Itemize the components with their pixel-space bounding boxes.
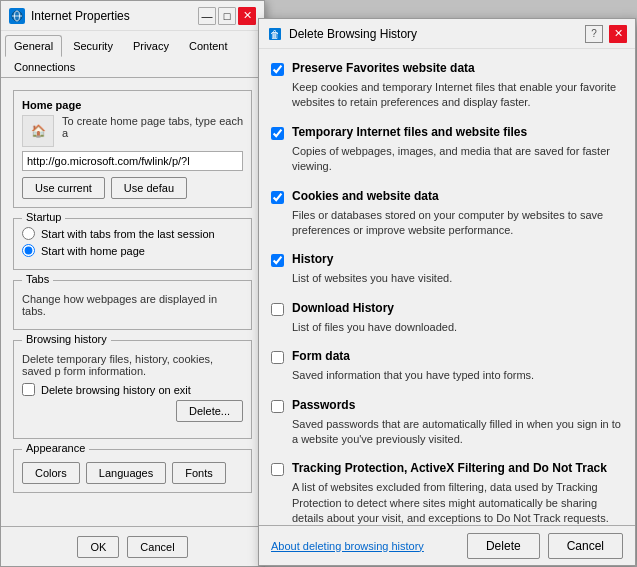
dbh-delete-button[interactable]: Delete bbox=[467, 533, 540, 559]
dbh-item-cookies: Cookies and website data Files or databa… bbox=[271, 189, 623, 239]
delete-btn-row: Delete... bbox=[22, 400, 243, 422]
delete-browsing-history-dialog: 🗑 Delete Browsing History ? ✕ Preserve F… bbox=[258, 18, 636, 566]
dbh-item-header-0: Preserve Favorites website data bbox=[271, 61, 623, 76]
ie-window-icon bbox=[9, 8, 25, 24]
desc-preserve-favorites: Keep cookies and temporary Internet file… bbox=[292, 80, 623, 111]
dbh-close-button[interactable]: ✕ bbox=[609, 25, 627, 43]
tab-general[interactable]: General bbox=[5, 35, 62, 57]
tab-security[interactable]: Security bbox=[64, 35, 122, 56]
startup-option2-radio[interactable] bbox=[22, 244, 35, 257]
dbh-item-history: History List of websites you have visite… bbox=[271, 252, 623, 286]
tabs-section: Tabs Change how webpages are displayed i… bbox=[13, 280, 252, 330]
ie-titlebar: Internet Properties — □ ✕ bbox=[1, 1, 264, 31]
use-default-button[interactable]: Use defau bbox=[111, 177, 187, 199]
dbh-item-passwords: Passwords Saved passwords that are autom… bbox=[271, 398, 623, 448]
ie-window-title: Internet Properties bbox=[31, 9, 198, 23]
dbh-item-header-6: Passwords bbox=[271, 398, 623, 413]
tabs-description: Change how webpages are displayed in tab… bbox=[22, 293, 243, 317]
title-download-history: Download History bbox=[292, 301, 394, 315]
dbh-item-download-history: Download History List of files you have … bbox=[271, 301, 623, 335]
checkbox-form-data[interactable] bbox=[271, 351, 284, 364]
dbh-about-link[interactable]: About deleting browsing history bbox=[271, 540, 467, 552]
dbh-item-header-7: Tracking Protection, ActiveX Filtering a… bbox=[271, 461, 623, 476]
dbh-item-tracking: Tracking Protection, ActiveX Filtering a… bbox=[271, 461, 623, 525]
dbh-item-header-2: Cookies and website data bbox=[271, 189, 623, 204]
svg-text:🗑: 🗑 bbox=[270, 29, 280, 40]
title-passwords: Passwords bbox=[292, 398, 355, 412]
dbh-dialog-title: Delete Browsing History bbox=[289, 27, 585, 41]
checkbox-history[interactable] bbox=[271, 254, 284, 267]
tab-content[interactable]: Content bbox=[180, 35, 237, 56]
ie-window-controls: — □ ✕ bbox=[198, 7, 256, 25]
checkbox-cookies[interactable] bbox=[271, 191, 284, 204]
ie-footer: OK Cancel bbox=[1, 526, 264, 566]
ie-properties-window: Internet Properties — □ ✕ General Securi… bbox=[0, 0, 265, 567]
dbh-cancel-button[interactable]: Cancel bbox=[548, 533, 623, 559]
title-tracking: Tracking Protection, ActiveX Filtering a… bbox=[292, 461, 607, 475]
startup-option1-label: Start with tabs from the last session bbox=[41, 228, 215, 240]
checkbox-download-history[interactable] bbox=[271, 303, 284, 316]
ie-maximize-button[interactable]: □ bbox=[218, 7, 236, 25]
colors-button[interactable]: Colors bbox=[22, 462, 80, 484]
homepage-label: Home page bbox=[22, 99, 243, 111]
cancel-button[interactable]: Cancel bbox=[127, 536, 187, 558]
tab-privacy[interactable]: Privacy bbox=[124, 35, 178, 56]
appearance-section: Appearance Colors Languages Fonts bbox=[13, 449, 252, 493]
dbh-titlebar-controls: ? ✕ bbox=[585, 25, 627, 43]
checkbox-passwords[interactable] bbox=[271, 400, 284, 413]
browsing-history-label: Browsing history bbox=[22, 333, 111, 345]
desc-download-history: List of files you have downloaded. bbox=[292, 320, 623, 335]
desc-form-data: Saved information that you have typed in… bbox=[292, 368, 623, 383]
tab-connections[interactable]: Connections bbox=[5, 56, 84, 77]
dbh-item-header-5: Form data bbox=[271, 349, 623, 364]
fonts-button[interactable]: Fonts bbox=[172, 462, 226, 484]
checkbox-tracking[interactable] bbox=[271, 463, 284, 476]
ie-tabs: General Security Privacy Content Connect… bbox=[1, 31, 264, 78]
startup-section: Startup Start with tabs from the last se… bbox=[13, 218, 252, 270]
dbh-item-header-1: Temporary Internet files and website fil… bbox=[271, 125, 623, 140]
startup-option1-row: Start with tabs from the last session bbox=[22, 227, 243, 240]
desc-tracking: A list of websites excluded from filteri… bbox=[292, 480, 623, 525]
title-preserve-favorites: Preserve Favorites website data bbox=[292, 61, 475, 75]
title-temp-files: Temporary Internet files and website fil… bbox=[292, 125, 527, 139]
languages-button[interactable]: Languages bbox=[86, 462, 166, 484]
dbh-content: Preserve Favorites website data Keep coo… bbox=[259, 49, 635, 525]
title-history: History bbox=[292, 252, 333, 266]
ie-close-button[interactable]: ✕ bbox=[238, 7, 256, 25]
desc-temp-files: Copies of webpages, images, and media th… bbox=[292, 144, 623, 175]
tabs-label: Tabs bbox=[22, 273, 53, 285]
startup-option1-radio[interactable] bbox=[22, 227, 35, 240]
startup-label: Startup bbox=[22, 211, 65, 223]
browsing-history-text: Delete temporary files, history, cookies… bbox=[22, 353, 243, 377]
checkbox-temp-files[interactable] bbox=[271, 127, 284, 140]
use-current-button[interactable]: Use current bbox=[22, 177, 105, 199]
delete-button[interactable]: Delete... bbox=[176, 400, 243, 422]
appearance-buttons: Colors Languages Fonts bbox=[22, 462, 243, 484]
desc-history: List of websites you have visited. bbox=[292, 271, 623, 286]
dbh-footer: About deleting browsing history Delete C… bbox=[259, 525, 635, 565]
title-cookies: Cookies and website data bbox=[292, 189, 439, 203]
dbh-icon: 🗑 bbox=[267, 26, 283, 42]
home-icon: 🏠 bbox=[22, 115, 54, 147]
ie-minimize-button[interactable]: — bbox=[198, 7, 216, 25]
appearance-label: Appearance bbox=[22, 442, 89, 454]
desc-cookies: Files or databases stored on your comput… bbox=[292, 208, 623, 239]
dbh-item-header-3: History bbox=[271, 252, 623, 267]
delete-on-exit-row: Delete browsing history on exit bbox=[22, 383, 243, 396]
dbh-titlebar: 🗑 Delete Browsing History ? ✕ bbox=[259, 19, 635, 49]
homepage-section: Home page 🏠 To create home page tabs, ty… bbox=[13, 90, 252, 208]
dbh-help-icon[interactable]: ? bbox=[585, 25, 603, 43]
dbh-item-form-data: Form data Saved information that you hav… bbox=[271, 349, 623, 383]
delete-on-exit-label: Delete browsing history on exit bbox=[41, 384, 191, 396]
browsing-history-section: Browsing history Delete temporary files,… bbox=[13, 340, 252, 439]
homepage-buttons: Use current Use defau bbox=[22, 177, 243, 199]
dbh-footer-buttons: Delete Cancel bbox=[467, 533, 623, 559]
startup-option2-label: Start with home page bbox=[41, 245, 145, 257]
delete-on-exit-checkbox[interactable] bbox=[22, 383, 35, 396]
checkbox-preserve-favorites[interactable] bbox=[271, 63, 284, 76]
ok-button[interactable]: OK bbox=[77, 536, 119, 558]
dbh-item-preserve-favorites: Preserve Favorites website data Keep coo… bbox=[271, 61, 623, 111]
homepage-url-input[interactable] bbox=[22, 151, 243, 171]
homepage-description: To create home page tabs, type each a bbox=[62, 115, 243, 139]
title-form-data: Form data bbox=[292, 349, 350, 363]
